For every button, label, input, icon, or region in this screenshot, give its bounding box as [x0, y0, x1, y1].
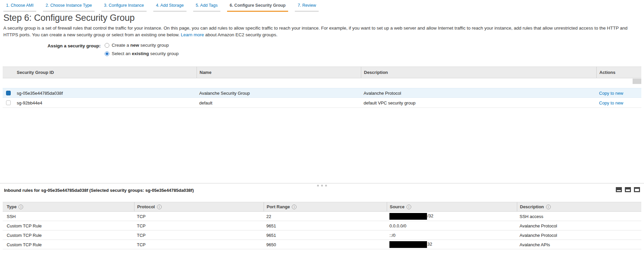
- rule-description: Avalanche APIs: [517, 242, 550, 247]
- table-row-avalanche-security-group[interactable]: sg-05e35e44785da038f Avalanche Security …: [3, 88, 641, 98]
- column-header-description: Description: [361, 67, 388, 78]
- radio-create-new-label: Create a new security group: [112, 43, 169, 48]
- radio-select-existing-group[interactable]: Select an existing security group: [105, 51, 179, 56]
- inbound-rule-row: Custom TCP Rule TCP 9651 ::/0 Avalanche …: [3, 230, 641, 240]
- rule-protocol: TCP: [134, 232, 146, 238]
- radio-selected-icon[interactable]: [105, 51, 109, 56]
- copy-to-new-link[interactable]: Copy to new: [596, 100, 623, 105]
- redacted-ip-block: [389, 213, 427, 220]
- security-group-name: default: [197, 100, 212, 105]
- column-header-description: Description: [517, 202, 551, 211]
- inbound-rules-table-header: Type Protocol Port Range Source Descript…: [3, 202, 641, 212]
- security-groups-table-header: Security Group ID Name Description Actio…: [3, 67, 641, 78]
- rule-protocol: TCP: [134, 214, 146, 219]
- ec2-launch-wizard-page: 1. Choose AMI 2. Choose Instance Type 3.…: [0, 0, 644, 258]
- rule-source: 32: [387, 241, 432, 248]
- split-pane-small-icon[interactable]: [616, 187, 622, 192]
- column-header-port-range: Port Range: [264, 202, 297, 211]
- rule-port-range: 9651: [264, 232, 276, 238]
- pane-size-toggle-group: [616, 187, 640, 192]
- rule-type: SSH: [4, 214, 16, 219]
- split-pane-medium-icon[interactable]: [625, 187, 631, 192]
- table-scrollbar-thumb[interactable]: [633, 79, 641, 84]
- rule-port-range: 9650: [264, 242, 276, 247]
- rule-type: Custom TCP Rule: [4, 232, 42, 238]
- security-group-id: sg-05e35e44785da038f: [14, 90, 63, 95]
- rule-protocol: TCP: [134, 223, 146, 228]
- radio-select-existing-label: Select an existing security group: [112, 51, 179, 56]
- redacted-ip-block: [389, 241, 427, 248]
- description-text: A security group is a set of firewall ru…: [3, 26, 628, 37]
- inbound-rules-table: Type Protocol Port Range Source Descript…: [3, 202, 641, 212]
- wizard-step-tabs: 1. Choose AMI 2. Choose Instance Type 3.…: [3, 0, 319, 12]
- radio-unselected-icon[interactable]: [105, 43, 109, 48]
- rule-source: ::/0: [387, 232, 395, 238]
- column-header-type: Type: [4, 202, 23, 211]
- rule-type: Custom TCP Rule: [4, 223, 42, 228]
- inbound-rules-title: Inbound rules for sg-05e35e44785da038f (…: [4, 188, 194, 193]
- info-icon[interactable]: [157, 205, 162, 209]
- inbound-rule-row: Custom TCP Rule TCP 9651 0.0.0.0/0 Avala…: [3, 221, 641, 230]
- copy-to-new-link[interactable]: Copy to new: [596, 90, 623, 95]
- tab-choose-instance-type[interactable]: 2. Choose Instance Type: [43, 3, 95, 12]
- rule-description: Avalanche Protocol: [517, 223, 557, 228]
- rule-port-range: 22: [264, 214, 271, 219]
- security-group-name: Avalanche Security Group: [197, 90, 250, 95]
- column-header-source: Source: [387, 202, 411, 211]
- rule-protocol: TCP: [134, 242, 146, 247]
- security-group-id: sg-92bb44e4: [14, 100, 42, 105]
- rule-type: Custom TCP Rule: [4, 242, 42, 247]
- rule-description: Avalanche Protocol: [517, 232, 557, 238]
- tab-add-tags[interactable]: 5. Add Tags: [193, 3, 220, 12]
- info-icon[interactable]: [407, 205, 411, 209]
- description-suffix: about Amazon EC2 security groups.: [204, 32, 277, 37]
- inbound-rule-row: SSH TCP 22 /32 SSH access: [3, 212, 641, 221]
- learn-more-link[interactable]: Learn more: [181, 32, 204, 37]
- column-header-protocol: Protocol: [134, 202, 162, 211]
- column-header-actions: Actions: [596, 67, 615, 78]
- table-row-default-security-group[interactable]: sg-92bb44e4 default default VPC security…: [3, 98, 641, 108]
- security-group-description: default VPC security group: [361, 100, 416, 105]
- tab-add-storage[interactable]: 4. Add Storage: [153, 3, 186, 12]
- rule-port-range: 9651: [264, 223, 276, 228]
- rule-source: /32: [387, 213, 433, 220]
- row-checkbox-unchecked[interactable]: [6, 100, 11, 105]
- info-icon[interactable]: [18, 205, 23, 209]
- page-description: A security group is a set of firewall ru…: [3, 25, 640, 38]
- column-header-name: Name: [197, 67, 211, 78]
- inbound-rule-row: Custom TCP Rule TCP 9650 32 Avalanche AP…: [3, 240, 641, 249]
- tab-configure-instance[interactable]: 3. Configure Instance: [101, 3, 147, 12]
- column-header-security-group-id: Security Group ID: [14, 67, 641, 78]
- tab-choose-ami[interactable]: 1. Choose AMI: [3, 3, 36, 12]
- info-icon[interactable]: [546, 205, 551, 209]
- assign-security-group-label: Assign a security group:: [0, 43, 101, 48]
- security-groups-table: Security Group ID Name Description Actio…: [3, 67, 641, 78]
- tab-configure-security-group[interactable]: 6. Configure Security Group: [227, 3, 288, 12]
- split-pane-large-icon[interactable]: [634, 187, 640, 192]
- rule-source: 0.0.0.0/0: [387, 223, 407, 228]
- pane-divider: [0, 183, 644, 183]
- security-group-description: Avalanche Protocol: [361, 90, 401, 95]
- rule-description: SSH access: [517, 214, 543, 219]
- radio-create-new-group[interactable]: Create a new security group: [105, 43, 169, 48]
- tab-review[interactable]: 7. Review: [295, 3, 319, 12]
- page-title: Step 6: Configure Security Group: [3, 13, 135, 23]
- row-checkbox-checked[interactable]: [6, 91, 11, 95]
- pane-resize-handle[interactable]: [317, 185, 327, 186]
- info-icon[interactable]: [292, 205, 297, 209]
